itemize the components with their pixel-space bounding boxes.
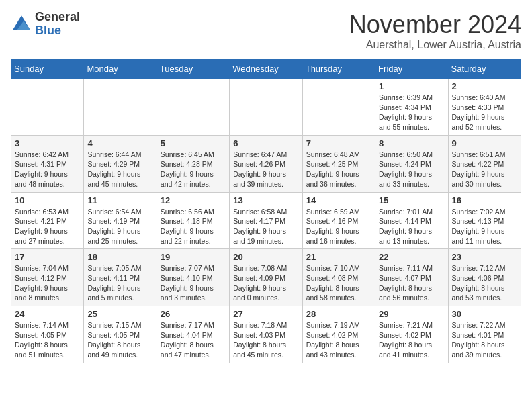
logo-blue-text: Blue [35,24,61,37]
table-row: 18Sunrise: 7:05 AM Sunset: 4:11 PM Dayli… [84,249,157,306]
calendar-table: Sunday Monday Tuesday Wednesday Thursday… [11,59,521,363]
table-row: 22Sunrise: 7:11 AM Sunset: 4:07 PM Dayli… [375,249,448,306]
day-info: Sunrise: 7:04 AM Sunset: 4:12 PM Dayligh… [15,263,80,303]
day-info: Sunrise: 6:47 AM Sunset: 4:26 PM Dayligh… [233,150,298,189]
day-number: 2 [452,81,517,91]
table-row: 2Sunrise: 6:40 AM Sunset: 4:33 PM Daylig… [448,79,521,136]
day-info: Sunrise: 7:15 AM Sunset: 4:05 PM Dayligh… [87,320,152,360]
calendar-week-row: 17Sunrise: 7:04 AM Sunset: 4:12 PM Dayli… [11,249,521,306]
table-row: 9Sunrise: 6:51 AM Sunset: 4:22 PM Daylig… [448,135,521,192]
day-info: Sunrise: 7:21 AM Sunset: 4:02 PM Dayligh… [379,320,444,360]
table-row: 7Sunrise: 6:48 AM Sunset: 4:25 PM Daylig… [302,135,375,192]
day-number: 12 [161,195,226,205]
day-info: Sunrise: 7:19 AM Sunset: 4:02 PM Dayligh… [306,320,371,360]
header-wednesday: Wednesday [230,60,302,79]
logo-general-text: General [35,10,80,24]
table-row: 21Sunrise: 7:10 AM Sunset: 4:08 PM Dayli… [302,249,375,306]
table-row: 11Sunrise: 6:54 AM Sunset: 4:19 PM Dayli… [84,192,157,249]
table-row: 6Sunrise: 6:47 AM Sunset: 4:26 PM Daylig… [230,135,302,192]
day-number: 29 [379,309,444,319]
table-row: 24Sunrise: 7:14 AM Sunset: 4:05 PM Dayli… [11,306,84,363]
table-row: 20Sunrise: 7:08 AM Sunset: 4:09 PM Dayli… [230,249,302,306]
table-row: 25Sunrise: 7:15 AM Sunset: 4:05 PM Dayli… [84,306,157,363]
day-info: Sunrise: 7:14 AM Sunset: 4:05 PM Dayligh… [15,320,80,360]
location-title: Auersthal, Lower Austria, Austria [349,39,521,51]
day-number: 25 [87,309,152,319]
day-number: 18 [87,252,152,262]
table-row: 19Sunrise: 7:07 AM Sunset: 4:10 PM Dayli… [157,249,229,306]
day-number: 3 [15,138,80,148]
header-friday: Friday [375,60,448,79]
day-number: 11 [87,195,152,205]
day-info: Sunrise: 7:10 AM Sunset: 4:08 PM Dayligh… [306,263,371,303]
table-row: 12Sunrise: 6:56 AM Sunset: 4:18 PM Dayli… [157,192,229,249]
table-row: 16Sunrise: 7:02 AM Sunset: 4:13 PM Dayli… [448,192,521,249]
day-info: Sunrise: 7:17 AM Sunset: 4:04 PM Dayligh… [161,320,226,360]
day-number: 26 [161,309,226,319]
day-info: Sunrise: 6:54 AM Sunset: 4:19 PM Dayligh… [87,207,152,246]
title-area: November 2024 Auersthal, Lower Austria, … [349,11,521,51]
day-number: 22 [379,252,444,262]
day-info: Sunrise: 7:22 AM Sunset: 4:01 PM Dayligh… [452,320,517,360]
day-number: 24 [15,309,80,319]
logo: General Blue [11,11,80,38]
day-info: Sunrise: 7:11 AM Sunset: 4:07 PM Dayligh… [379,263,444,303]
day-number: 1 [379,81,444,91]
day-info: Sunrise: 6:40 AM Sunset: 4:33 PM Dayligh… [452,93,517,132]
day-number: 6 [233,138,298,148]
day-number: 15 [379,195,444,205]
day-info: Sunrise: 7:05 AM Sunset: 4:11 PM Dayligh… [87,263,152,303]
table-row: 26Sunrise: 7:17 AM Sunset: 4:04 PM Dayli… [157,306,229,363]
day-info: Sunrise: 7:02 AM Sunset: 4:13 PM Dayligh… [452,207,517,246]
day-number: 23 [452,252,517,262]
day-info: Sunrise: 7:12 AM Sunset: 4:06 PM Dayligh… [452,263,517,303]
header-thursday: Thursday [302,60,375,79]
day-number: 21 [306,252,371,262]
day-info: Sunrise: 6:50 AM Sunset: 4:24 PM Dayligh… [379,150,444,189]
table-row: 5Sunrise: 6:45 AM Sunset: 4:28 PM Daylig… [157,135,229,192]
day-info: Sunrise: 6:51 AM Sunset: 4:22 PM Dayligh… [452,150,517,189]
table-row: 8Sunrise: 6:50 AM Sunset: 4:24 PM Daylig… [375,135,448,192]
day-info: Sunrise: 6:44 AM Sunset: 4:29 PM Dayligh… [87,150,152,189]
day-number: 28 [306,309,371,319]
table-row [84,79,157,136]
day-number: 30 [452,309,517,319]
table-row: 3Sunrise: 6:42 AM Sunset: 4:31 PM Daylig… [11,135,84,192]
table-row: 10Sunrise: 6:53 AM Sunset: 4:21 PM Dayli… [11,192,84,249]
day-info: Sunrise: 7:18 AM Sunset: 4:03 PM Dayligh… [233,320,298,360]
calendar-week-row: 10Sunrise: 6:53 AM Sunset: 4:21 PM Dayli… [11,192,521,249]
table-row: 28Sunrise: 7:19 AM Sunset: 4:02 PM Dayli… [302,306,375,363]
day-number: 14 [306,195,371,205]
header: General Blue November 2024 Auersthal, Lo… [11,11,521,51]
table-row: 17Sunrise: 7:04 AM Sunset: 4:12 PM Dayli… [11,249,84,306]
day-info: Sunrise: 6:48 AM Sunset: 4:25 PM Dayligh… [306,150,371,189]
day-info: Sunrise: 7:01 AM Sunset: 4:14 PM Dayligh… [379,207,444,246]
table-row: 15Sunrise: 7:01 AM Sunset: 4:14 PM Dayli… [375,192,448,249]
calendar-week-row: 1Sunrise: 6:39 AM Sunset: 4:34 PM Daylig… [11,79,521,136]
calendar-week-row: 24Sunrise: 7:14 AM Sunset: 4:05 PM Dayli… [11,306,521,363]
table-row [302,79,375,136]
day-number: 4 [87,138,152,148]
table-row: 29Sunrise: 7:21 AM Sunset: 4:02 PM Dayli… [375,306,448,363]
calendar-week-row: 3Sunrise: 6:42 AM Sunset: 4:31 PM Daylig… [11,135,521,192]
day-info: Sunrise: 6:39 AM Sunset: 4:34 PM Dayligh… [379,93,444,132]
header-sunday: Sunday [11,60,84,79]
table-row: 1Sunrise: 6:39 AM Sunset: 4:34 PM Daylig… [375,79,448,136]
weekday-header-row: Sunday Monday Tuesday Wednesday Thursday… [11,60,521,79]
table-row [230,79,302,136]
day-number: 27 [233,309,298,319]
month-title: November 2024 [349,11,521,39]
day-info: Sunrise: 6:59 AM Sunset: 4:16 PM Dayligh… [306,207,371,246]
table-row: 14Sunrise: 6:59 AM Sunset: 4:16 PM Dayli… [302,192,375,249]
table-row: 27Sunrise: 7:18 AM Sunset: 4:03 PM Dayli… [230,306,302,363]
day-number: 10 [15,195,80,205]
table-row: 13Sunrise: 6:58 AM Sunset: 4:17 PM Dayli… [230,192,302,249]
day-number: 17 [15,252,80,262]
day-number: 13 [233,195,298,205]
day-number: 8 [379,138,444,148]
day-info: Sunrise: 6:58 AM Sunset: 4:17 PM Dayligh… [233,207,298,246]
day-number: 9 [452,138,517,148]
table-row: 4Sunrise: 6:44 AM Sunset: 4:29 PM Daylig… [84,135,157,192]
header-tuesday: Tuesday [157,60,229,79]
day-info: Sunrise: 7:08 AM Sunset: 4:09 PM Dayligh… [233,263,298,303]
